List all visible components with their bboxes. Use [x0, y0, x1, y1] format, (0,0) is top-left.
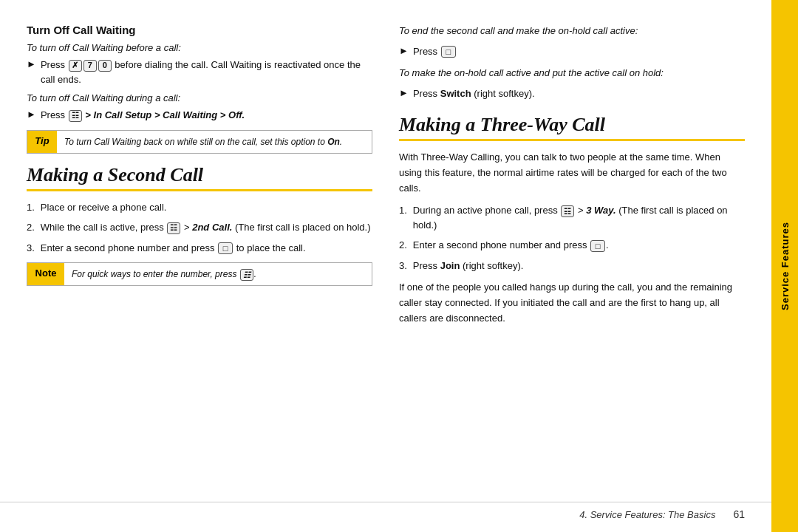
bullet-arrow-icon3: ►: [399, 45, 409, 56]
list-num: 2.: [27, 220, 35, 235]
section1-italic1: To turn off Call Waiting before a call:: [27, 42, 372, 53]
list-text: Enter a second phone number and press □ …: [41, 241, 306, 256]
section3-title: Making a Three-Way Call: [399, 114, 745, 136]
footer-page: 61: [733, 508, 745, 520]
list-num: 2.: [399, 238, 407, 253]
three-way-list: 1. During an active phone call, press ☷ …: [399, 203, 745, 273]
list-item: 3. Press Join (right softkey).: [399, 259, 745, 273]
three-way-body1: With Three-Way Calling, you can talk to …: [399, 150, 745, 196]
right-bullet1: ► Press □: [399, 44, 745, 59]
key-menu: ☷: [69, 110, 82, 122]
key-0: 0: [98, 60, 112, 72]
three-way-body2: If one of the people you called hangs up…: [399, 280, 745, 326]
list-item: 3. Enter a second phone number and press…: [27, 241, 372, 256]
right-column: To end the second call and make the on-h…: [399, 24, 745, 514]
section2-divider: [27, 189, 372, 191]
right-italic1: To end the second call and make the on-h…: [399, 24, 745, 38]
list-num: 3.: [399, 259, 407, 273]
list-num: 3.: [27, 241, 35, 256]
bullet-arrow-icon: ►: [27, 58, 36, 69]
bullet-arrow-icon4: ►: [399, 87, 409, 98]
key-end2: □: [441, 46, 456, 58]
list-text: Enter a second phone number and press □.: [413, 238, 609, 253]
note-box: Note For quick ways to enter the number,…: [27, 262, 372, 286]
key-end: □: [218, 242, 233, 254]
note-content: For quick ways to enter the number, pres…: [64, 263, 264, 285]
join-text: Join: [440, 260, 460, 271]
key-menu2: ☷: [167, 222, 180, 234]
list-text: Place or receive a phone call.: [41, 200, 167, 215]
key-menu4: ☷: [561, 205, 574, 217]
bullet1-before-call: ► Press ✗70 before dialing the call. Cal…: [27, 58, 372, 86]
bullet1-text: Press ✗70 before dialing the call. Call …: [41, 58, 372, 86]
left-column: Turn Off Call Waiting To turn off Call W…: [27, 24, 372, 514]
footer-text: 4. Service Features: The Basics: [579, 509, 715, 520]
key-menu3: ☷: [240, 269, 253, 281]
list-text: While the call is active, press ☷ > 2nd …: [41, 220, 371, 235]
tip-box: Tip To turn Call Waiting back on while s…: [27, 130, 372, 154]
list-item: 2. Enter a second phone number and press…: [399, 238, 745, 253]
bullet-arrow-icon2: ►: [27, 109, 36, 120]
note-label: Note: [27, 263, 64, 285]
right-bullet2: ► Press Switch (right softkey).: [399, 86, 745, 101]
page-footer: 4. Service Features: The Basics 61: [0, 502, 771, 520]
list-num: 1.: [399, 203, 407, 232]
list-num: 1.: [27, 200, 35, 215]
second-call-list: 1. Place or receive a phone call. 2. Whi…: [27, 200, 372, 256]
list-text: Press Join (right softkey).: [413, 259, 524, 273]
tip-content: To turn Call Waiting back on while still…: [57, 131, 349, 153]
list-item: 1. During an active phone call, press ☷ …: [399, 203, 745, 232]
section1-title: Turn Off Call Waiting: [27, 24, 372, 36]
list-item: 1. Place or receive a phone call.: [27, 200, 372, 215]
section3-divider: [399, 139, 745, 141]
sidebar-tab: Service Features: [771, 0, 798, 532]
right-italic2: To make the on-hold call active and put …: [399, 66, 745, 81]
switch-text: Switch: [440, 88, 471, 99]
sidebar-tab-label: Service Features: [771, 0, 798, 532]
list-text: During an active phone call, press ☷ > 3…: [413, 203, 745, 232]
section1-italic2: To turn off Call Waiting during a call:: [27, 92, 372, 103]
right-bullet1-text: Press □: [413, 44, 457, 59]
key-end3: □: [590, 240, 605, 252]
list-item: 2. While the call is active, press ☷ > 2…: [27, 220, 372, 235]
tip-label: Tip: [27, 131, 57, 153]
key-7: 7: [83, 60, 97, 72]
section2-title: Making a Second Call: [27, 164, 372, 186]
bullet2-during-call: ► Press ☷ > In Call Setup > Call Waiting…: [27, 108, 372, 123]
menu-path: > In Call Setup > Call Waiting > Off.: [85, 109, 245, 120]
right-bullet2-text: Press Switch (right softkey).: [413, 86, 535, 101]
bullet2-text: Press ☷ > In Call Setup > Call Waiting >…: [41, 108, 245, 123]
key-star: ✗: [69, 60, 82, 72]
